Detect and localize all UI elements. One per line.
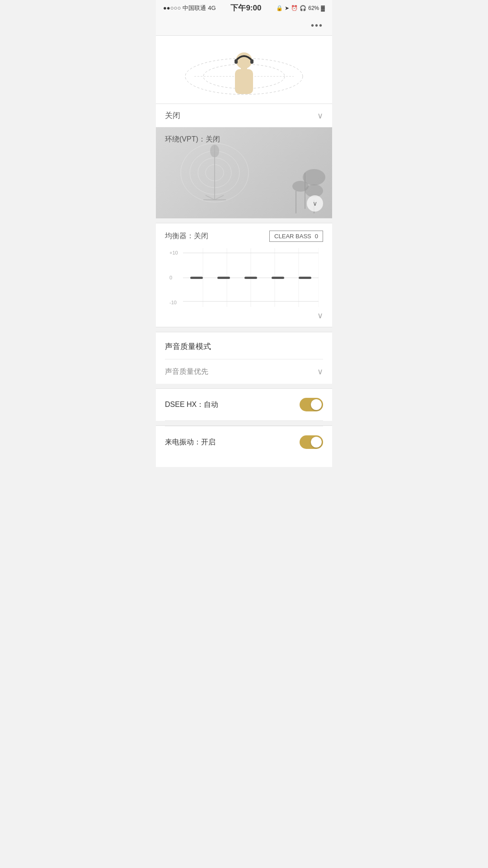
vibrate-label: 来电振动：开启 <box>165 438 216 447</box>
dsee-hx-label: DSEE HX：自动 <box>165 400 218 410</box>
eq-label-top: +10 <box>169 250 178 255</box>
clear-bass-button[interactable]: CLEAR BASS 0 <box>269 231 323 242</box>
vibrate-toggle[interactable] <box>300 435 323 449</box>
clear-bass-label: CLEAR BASS <box>274 233 311 240</box>
eq-band-1[interactable] <box>190 277 203 279</box>
battery-icon: ▓ <box>321 5 325 11</box>
equalizer-section: 均衡器：关闭 CLEAR BASS 0 +10 0 -10 <box>156 223 332 327</box>
dsee-hx-toggle[interactable] <box>300 398 323 411</box>
vibrate-row: 来电振动：开启 <box>165 426 323 458</box>
eq-band-handle-5[interactable] <box>299 277 311 279</box>
sound-quality-section: 声音质量模式 声音质量优先 ∨ <box>156 332 332 384</box>
status-left: ●●○○○ 中国联通 4G <box>163 4 216 12</box>
eq-band-handle-4[interactable] <box>272 277 284 279</box>
person-figure-svg <box>226 49 262 99</box>
location-icon: ➤ <box>285 5 289 11</box>
dsee-hx-knob <box>311 399 322 410</box>
sound-quality-chevron-icon[interactable]: ∨ <box>317 367 323 377</box>
vibrate-section: 来电振动：开启 <box>156 425 332 467</box>
status-bar: ●●○○○ 中国联通 4G 下午9:00 🔒 ➤ ⏰ 🎧 62% ▓ <box>156 0 332 16</box>
dsee-hx-section: DSEE HX：自动 <box>156 388 332 421</box>
status-right: 🔒 ➤ ⏰ 🎧 62% ▓ <box>276 5 325 11</box>
carrier: 中国联通 <box>183 4 206 12</box>
eq-band-4[interactable] <box>272 277 284 279</box>
svg-rect-7 <box>241 67 247 72</box>
eq-band-3[interactable] <box>244 277 257 279</box>
person-container <box>181 45 307 99</box>
svg-rect-6 <box>235 69 253 94</box>
clear-bass-value: 0 <box>315 233 318 240</box>
eq-band-handle-1[interactable] <box>190 277 203 279</box>
eq-chart: +10 0 -10 <box>169 248 319 307</box>
sound-quality-option-row[interactable]: 声音质量优先 ∨ <box>165 359 323 384</box>
battery-percent: 62% <box>308 5 319 11</box>
eq-band-5[interactable] <box>299 277 311 279</box>
close-section[interactable]: 关闭 ∨ <box>156 104 332 127</box>
eq-band-2[interactable] <box>217 277 230 279</box>
headphone-icon: 🎧 <box>300 5 306 11</box>
eq-label-bot: -10 <box>169 300 178 305</box>
headphone-illustration-section <box>156 36 332 104</box>
surround-section[interactable]: 环绕(VPT)：关闭 ∨ <box>156 127 332 218</box>
vibrate-knob <box>311 437 322 448</box>
eq-chevron-icon[interactable]: ∨ <box>317 311 323 321</box>
status-time: 下午9:00 <box>230 3 261 13</box>
sound-quality-title: 声音质量模式 <box>165 341 323 352</box>
eq-y-axis: +10 0 -10 <box>169 248 178 307</box>
svg-rect-4 <box>235 59 238 64</box>
eq-chevron-row: ∨ <box>165 307 323 322</box>
eq-band-handle-3[interactable] <box>244 277 257 279</box>
close-chevron-icon[interactable]: ∨ <box>317 111 323 121</box>
more-options-bar: ••• <box>156 16 332 36</box>
svg-line-15 <box>206 195 215 200</box>
dsee-hx-row: DSEE HX：自动 <box>165 389 323 421</box>
network-type: 4G <box>208 5 216 11</box>
eq-handles-area <box>183 248 319 307</box>
svg-line-16 <box>215 195 224 200</box>
eq-label-mid: 0 <box>169 275 178 280</box>
svg-point-3 <box>236 52 252 69</box>
svg-point-13 <box>210 145 219 157</box>
alarm-icon: ⏰ <box>291 5 298 11</box>
surround-label: 环绕(VPT)：关闭 <box>165 135 220 144</box>
eq-header: 均衡器：关闭 CLEAR BASS 0 <box>165 231 323 242</box>
more-dots-button[interactable]: ••• <box>311 20 323 30</box>
svg-rect-5 <box>250 59 253 64</box>
close-label: 关闭 <box>165 110 180 121</box>
lock-icon: 🔒 <box>276 5 283 11</box>
svg-point-19 <box>292 181 309 192</box>
surround-chevron-icon[interactable]: ∨ <box>307 195 323 212</box>
signal-dots: ●●○○○ <box>163 5 181 11</box>
eq-title: 均衡器：关闭 <box>165 231 208 241</box>
surround-circles-svg <box>178 137 269 209</box>
sound-quality-option-label: 声音质量优先 <box>165 367 208 377</box>
eq-band-handle-2[interactable] <box>217 277 230 279</box>
